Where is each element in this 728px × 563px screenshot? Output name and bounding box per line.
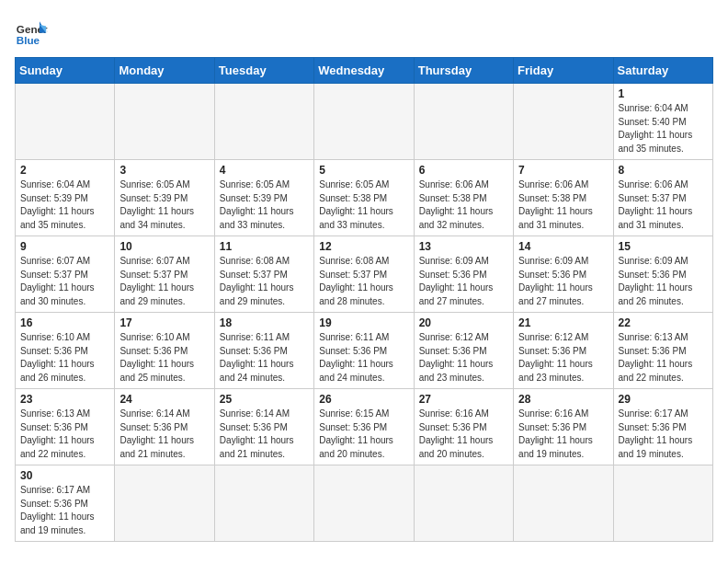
day-info: Sunrise: 6:10 AM Sunset: 5:36 PM Dayligh… xyxy=(119,331,209,385)
day-number: 16 xyxy=(20,316,109,329)
calendar-cell: 12Sunrise: 6:08 AM Sunset: 5:37 PM Dayli… xyxy=(314,236,414,313)
day-number: 10 xyxy=(119,240,209,253)
calendar-cell: 11Sunrise: 6:08 AM Sunset: 5:37 PM Dayli… xyxy=(214,236,313,313)
day-number: 27 xyxy=(419,393,508,406)
calendar-cell xyxy=(314,465,414,542)
day-number: 11 xyxy=(220,240,309,253)
weekday-header-row: SundayMondayTuesdayWednesdayThursdayFrid… xyxy=(16,58,713,84)
calendar-cell xyxy=(414,84,513,160)
day-number: 2 xyxy=(20,164,109,177)
day-info: Sunrise: 6:06 AM Sunset: 5:37 PM Dayligh… xyxy=(619,178,708,232)
day-info: Sunrise: 6:16 AM Sunset: 5:36 PM Dayligh… xyxy=(419,408,508,461)
calendar-cell xyxy=(16,84,115,160)
day-number: 29 xyxy=(619,393,708,406)
svg-text:Blue: Blue xyxy=(17,34,40,46)
calendar-week-5: 23Sunrise: 6:13 AM Sunset: 5:36 PM Dayli… xyxy=(16,389,713,465)
day-number: 17 xyxy=(119,316,209,329)
calendar-week-3: 9Sunrise: 6:07 AM Sunset: 5:37 PM Daylig… xyxy=(16,236,713,313)
day-number: 25 xyxy=(220,393,309,406)
day-number: 20 xyxy=(419,316,508,329)
day-info: Sunrise: 6:05 AM Sunset: 5:39 PM Dayligh… xyxy=(220,178,309,232)
calendar-cell: 7Sunrise: 6:06 AM Sunset: 5:38 PM Daylig… xyxy=(514,160,613,236)
day-info: Sunrise: 6:12 AM Sunset: 5:36 PM Dayligh… xyxy=(518,331,608,385)
calendar-cell: 21Sunrise: 6:12 AM Sunset: 5:36 PM Dayli… xyxy=(514,313,613,389)
day-number: 19 xyxy=(319,316,408,329)
day-number: 12 xyxy=(319,240,408,253)
day-number: 21 xyxy=(518,316,608,329)
calendar-cell: 15Sunrise: 6:09 AM Sunset: 5:36 PM Dayli… xyxy=(613,236,712,313)
calendar-cell xyxy=(115,84,214,160)
day-number: 14 xyxy=(518,240,608,253)
calendar-cell: 1Sunrise: 6:04 AM Sunset: 5:40 PM Daylig… xyxy=(613,84,712,160)
weekday-header-tuesday: Tuesday xyxy=(214,58,313,84)
day-number: 7 xyxy=(518,164,608,177)
calendar-cell: 20Sunrise: 6:12 AM Sunset: 5:36 PM Dayli… xyxy=(414,313,513,389)
calendar-cell: 9Sunrise: 6:07 AM Sunset: 5:37 PM Daylig… xyxy=(16,236,115,313)
day-info: Sunrise: 6:06 AM Sunset: 5:38 PM Dayligh… xyxy=(518,178,608,232)
weekday-header-friday: Friday xyxy=(514,58,613,84)
day-info: Sunrise: 6:13 AM Sunset: 5:36 PM Dayligh… xyxy=(619,331,708,385)
day-info: Sunrise: 6:11 AM Sunset: 5:36 PM Dayligh… xyxy=(319,331,408,385)
day-number: 24 xyxy=(119,393,209,406)
weekday-header-wednesday: Wednesday xyxy=(314,58,414,84)
calendar-week-6: 30Sunrise: 6:17 AM Sunset: 5:36 PM Dayli… xyxy=(16,465,713,542)
weekday-header-sunday: Sunday xyxy=(16,58,115,84)
day-info: Sunrise: 6:16 AM Sunset: 5:36 PM Dayligh… xyxy=(518,408,608,461)
calendar-cell xyxy=(514,84,613,160)
calendar-cell: 30Sunrise: 6:17 AM Sunset: 5:36 PM Dayli… xyxy=(16,465,115,542)
calendar-cell: 13Sunrise: 6:09 AM Sunset: 5:36 PM Dayli… xyxy=(414,236,513,313)
day-number: 6 xyxy=(419,164,508,177)
day-info: Sunrise: 6:17 AM Sunset: 5:36 PM Dayligh… xyxy=(20,484,109,537)
calendar-cell xyxy=(514,465,613,542)
weekday-header-monday: Monday xyxy=(115,58,214,84)
day-number: 26 xyxy=(319,393,408,406)
logo: General Blue xyxy=(15,15,48,48)
calendar-cell: 29Sunrise: 6:17 AM Sunset: 5:36 PM Dayli… xyxy=(613,389,712,465)
day-number: 5 xyxy=(319,164,408,177)
day-number: 28 xyxy=(518,393,608,406)
day-number: 18 xyxy=(220,316,309,329)
day-number: 9 xyxy=(20,240,109,253)
calendar-cell: 28Sunrise: 6:16 AM Sunset: 5:36 PM Dayli… xyxy=(514,389,613,465)
calendar-cell: 5Sunrise: 6:05 AM Sunset: 5:38 PM Daylig… xyxy=(314,160,414,236)
day-info: Sunrise: 6:13 AM Sunset: 5:36 PM Dayligh… xyxy=(20,408,109,461)
calendar-cell xyxy=(214,465,313,542)
day-number: 22 xyxy=(619,316,708,329)
day-info: Sunrise: 6:09 AM Sunset: 5:36 PM Dayligh… xyxy=(419,255,508,308)
day-info: Sunrise: 6:10 AM Sunset: 5:36 PM Dayligh… xyxy=(20,331,109,385)
calendar-cell: 16Sunrise: 6:10 AM Sunset: 5:36 PM Dayli… xyxy=(16,313,115,389)
calendar-cell: 17Sunrise: 6:10 AM Sunset: 5:36 PM Dayli… xyxy=(115,313,214,389)
weekday-header-saturday: Saturday xyxy=(613,58,712,84)
calendar-week-1: 1Sunrise: 6:04 AM Sunset: 5:40 PM Daylig… xyxy=(16,84,713,160)
day-info: Sunrise: 6:09 AM Sunset: 5:36 PM Dayligh… xyxy=(518,255,608,308)
calendar-week-2: 2Sunrise: 6:04 AM Sunset: 5:39 PM Daylig… xyxy=(16,160,713,236)
calendar-cell: 25Sunrise: 6:14 AM Sunset: 5:36 PM Dayli… xyxy=(214,389,313,465)
day-number: 13 xyxy=(419,240,508,253)
day-info: Sunrise: 6:08 AM Sunset: 5:37 PM Dayligh… xyxy=(220,255,309,308)
day-number: 1 xyxy=(619,87,708,100)
day-info: Sunrise: 6:17 AM Sunset: 5:36 PM Dayligh… xyxy=(619,408,708,461)
day-number: 30 xyxy=(20,469,109,482)
day-info: Sunrise: 6:04 AM Sunset: 5:40 PM Dayligh… xyxy=(619,102,708,155)
calendar-cell: 2Sunrise: 6:04 AM Sunset: 5:39 PM Daylig… xyxy=(16,160,115,236)
calendar-table: SundayMondayTuesdayWednesdayThursdayFrid… xyxy=(15,57,713,542)
calendar-cell: 23Sunrise: 6:13 AM Sunset: 5:36 PM Dayli… xyxy=(16,389,115,465)
day-info: Sunrise: 6:05 AM Sunset: 5:39 PM Dayligh… xyxy=(119,178,209,232)
day-info: Sunrise: 6:06 AM Sunset: 5:38 PM Dayligh… xyxy=(419,178,508,232)
calendar-cell xyxy=(115,465,214,542)
day-info: Sunrise: 6:14 AM Sunset: 5:36 PM Dayligh… xyxy=(119,408,209,461)
day-number: 3 xyxy=(119,164,209,177)
calendar-cell xyxy=(314,84,414,160)
calendar-cell: 4Sunrise: 6:05 AM Sunset: 5:39 PM Daylig… xyxy=(214,160,313,236)
day-number: 8 xyxy=(619,164,708,177)
calendar-cell: 14Sunrise: 6:09 AM Sunset: 5:36 PM Dayli… xyxy=(514,236,613,313)
day-info: Sunrise: 6:15 AM Sunset: 5:36 PM Dayligh… xyxy=(319,408,408,461)
day-info: Sunrise: 6:07 AM Sunset: 5:37 PM Dayligh… xyxy=(20,255,109,308)
weekday-header-thursday: Thursday xyxy=(414,58,513,84)
calendar-cell: 22Sunrise: 6:13 AM Sunset: 5:36 PM Dayli… xyxy=(613,313,712,389)
day-info: Sunrise: 6:09 AM Sunset: 5:36 PM Dayligh… xyxy=(619,255,708,308)
day-info: Sunrise: 6:08 AM Sunset: 5:37 PM Dayligh… xyxy=(319,255,408,308)
calendar-cell xyxy=(613,465,712,542)
calendar-cell: 18Sunrise: 6:11 AM Sunset: 5:36 PM Dayli… xyxy=(214,313,313,389)
calendar-cell: 10Sunrise: 6:07 AM Sunset: 5:37 PM Dayli… xyxy=(115,236,214,313)
